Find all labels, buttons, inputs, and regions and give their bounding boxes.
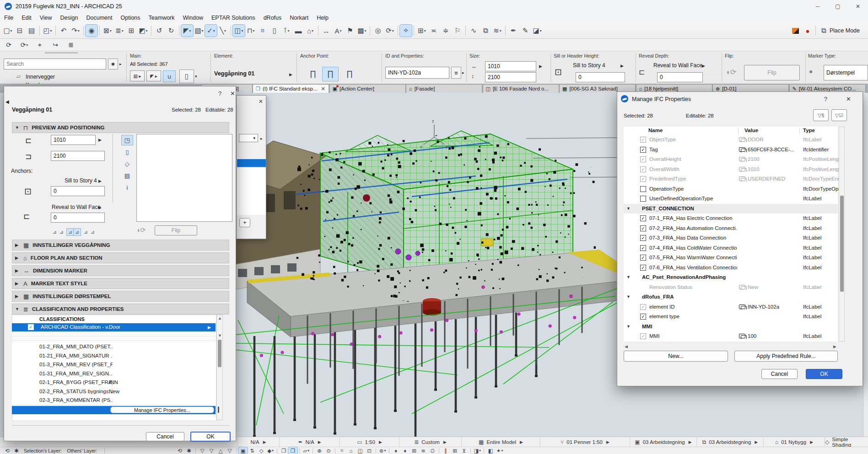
- layers-icon[interactable]: ≣▾: [113, 25, 125, 37]
- palette-combo-chevron-icon[interactable]: ▸: [260, 136, 263, 141]
- flag-icon[interactable]: ⚐: [452, 25, 464, 37]
- ifc-property-07-3-fra-has-data-connection[interactable]: ✓07-3_FRA_Has Data ConnectionIfcLabel: [624, 233, 838, 243]
- wall-tool-icon[interactable]: ◫▾: [233, 25, 245, 37]
- dimension-tool-icon[interactable]: ↔: [320, 25, 332, 37]
- tab-fasade[interactable]: ⌂[Fasade]: [406, 84, 482, 93]
- place-mode-link-icon[interactable]: ⧉: [818, 25, 830, 37]
- classification-checkbox[interactable]: ✓: [28, 324, 34, 330]
- menu-eptar-solutions[interactable]: EPTAR Solutions: [207, 15, 259, 21]
- line-tool-icon[interactable]: ╲▾: [217, 25, 229, 37]
- tab-close-icon[interactable]: ✕: [321, 86, 325, 92]
- pen-b-icon[interactable]: ✎: [519, 25, 531, 37]
- search-expand-chevron-icon[interactable]: ▸: [119, 62, 122, 66]
- status-segment-5[interactable]: ▦Entire Model▶: [461, 437, 540, 447]
- home-story-icon[interactable]: ⌂: [346, 447, 356, 454]
- pan-icon[interactable]: ↺: [153, 25, 165, 37]
- menu-window[interactable]: Window: [179, 15, 207, 21]
- ortho-icon[interactable]: ⊞: [450, 447, 459, 454]
- status-segment-8[interactable]: ⧉03 Arbeidstegning▶: [696, 437, 763, 447]
- reveal-value-input[interactable]: [51, 213, 105, 223]
- print-icon[interactable]: ▤: [26, 25, 38, 37]
- layer-combo-icon[interactable]: ≋▾: [491, 25, 503, 37]
- status-segment-3[interactable]: ▭1:50▶: [340, 437, 399, 447]
- ifc-checkbox[interactable]: ✓: [640, 166, 646, 172]
- element-chevron-icon[interactable]: ▶: [289, 72, 292, 77]
- tree-item-innervegger[interactable]: Innervegger: [26, 74, 55, 80]
- no-snap-icon[interactable]: ∅: [428, 447, 437, 454]
- slab-tool-icon[interactable]: ▬: [292, 25, 304, 37]
- ifc-property-userdefinedoperationtype[interactable]: UserDefinedOperationTypeIfcLabel: [624, 194, 838, 204]
- ifc-property-overallheight[interactable]: ✓OverallHeight2100IfcPositiveLengthM: [624, 155, 838, 165]
- ifc-group-mmi[interactable]: ▼MMI: [624, 322, 838, 332]
- column-tool-icon[interactable]: ▯: [269, 25, 280, 37]
- ifc-checkbox[interactable]: [640, 186, 646, 192]
- palette-add-button[interactable]: +: [239, 218, 250, 227]
- classification-selected-row[interactable]: ✓ ARCHICAD Classification - v... Door ▶: [12, 323, 216, 331]
- ref-plane-icon[interactable]: ◫: [356, 447, 365, 454]
- palette-close-icon[interactable]: ✕: [259, 98, 263, 105]
- status-segment-1[interactable]: N/A▶: [237, 437, 279, 447]
- dialog-close-icon[interactable]: ✕: [230, 90, 235, 97]
- ifc-property-renovation-status[interactable]: Renovation StatusNewIfcLabel: [624, 283, 838, 293]
- tab-ifc-standard-eksport[interactable]: ❒(I) IFC Standard eksp...✕: [253, 84, 329, 93]
- arrow-down-2-icon[interactable]: ▽: [207, 447, 216, 454]
- manage-ifc-row[interactable]: Manage IFC Properties...: [12, 406, 216, 414]
- ifc-property-07-1-fra-has-electric-connection[interactable]: ✓07-1_FRA_Has Electric ConnectionIfcLabe…: [624, 214, 838, 224]
- perspective-icon[interactable]: ◇: [257, 447, 266, 454]
- redo-icon[interactable]: ↷▾: [70, 25, 81, 37]
- ifc-checkbox[interactable]: ✓: [640, 156, 646, 162]
- info-preview-icon[interactable]: i: [121, 182, 133, 193]
- manage-ifc-properties-button[interactable]: Manage IFC Properties...: [110, 406, 214, 413]
- width-chevron-icon[interactable]: ▶: [98, 138, 102, 142]
- status-segment-6[interactable]: ⑂01 Penner 1:50▶: [540, 437, 630, 447]
- confirm-tool-icon[interactable]: ✓▾: [205, 25, 217, 37]
- ifc-checkbox[interactable]: ✓: [640, 265, 646, 271]
- property-row[interactable]: 01-21_FRA_MMI_SIGNATUR ...: [12, 352, 216, 361]
- walk-mode-icon[interactable]: ⇅: [248, 447, 257, 454]
- section-dimension-marker[interactable]: ▶↔DIMENSION MARKER: [12, 265, 229, 276]
- ifc-property-07-6-fra-has-ventilation-connection[interactable]: ✓07-6_FRA_Has Ventilation ConnectionIfcL…: [624, 263, 838, 273]
- ifc-checkbox[interactable]: ✓: [640, 245, 646, 251]
- viewport-scrollbar[interactable]: [863, 93, 868, 437]
- menu-help[interactable]: Help: [313, 15, 333, 21]
- ifc-property-overallwidth[interactable]: ✓OverallWidth1010IfcPositiveLengthM: [624, 165, 838, 175]
- ifc-property-element-type[interactable]: ✓element typeIfcLabel: [624, 312, 838, 322]
- anchor-option-4-icon[interactable]: ⊿: [73, 228, 81, 236]
- select-mode-button[interactable]: ◤ ▸: [146, 70, 161, 81]
- label-tool-icon[interactable]: ⚑: [344, 25, 356, 37]
- anchor-right-icon[interactable]: ∏: [341, 67, 358, 81]
- trace-ref-icon[interactable]: ◨▾: [473, 447, 482, 454]
- scroll-right-icon[interactable]: ▶: [833, 344, 836, 349]
- classification-scrollbar[interactable]: [216, 315, 223, 420]
- ifc-checkbox[interactable]: ✓: [640, 137, 646, 143]
- property-row[interactable]: 01-2_FRA_MMI_DATO (PSET...: [12, 342, 216, 352]
- section-preview-positioning[interactable]: ▼ ⊓ PREVIEW AND POSITIONING: [12, 122, 229, 133]
- quick-options-icon[interactable]: ⟲: [3, 447, 12, 454]
- tab-e106-fasade-nord[interactable]: ◫[E 106 Fasade Nord o...: [483, 84, 559, 93]
- element-id-input[interactable]: [385, 67, 449, 79]
- ifc-checkbox[interactable]: ✓: [640, 176, 646, 182]
- listing-preview-icon[interactable]: ▤: [121, 171, 133, 181]
- door-tool-icon[interactable]: ⊓▾: [245, 25, 257, 37]
- section-innstillinger-vegg-pning[interactable]: ▶▦INNSTILLINGER VEGGÅPNING: [12, 240, 229, 251]
- ifc-checkbox[interactable]: ✓: [640, 215, 646, 221]
- reserve-icon[interactable]: ⌖: [34, 39, 46, 51]
- tab-action-center[interactable]: ▣[Action Center]: [329, 84, 406, 93]
- cancel-button[interactable]: Cancel: [761, 369, 798, 379]
- axono-icon[interactable]: ◆▾: [266, 447, 275, 454]
- marquee-b-icon[interactable]: ▱▾: [302, 447, 311, 454]
- anchor-option-6-icon[interactable]: ⊿: [89, 228, 97, 236]
- hotlink-icon[interactable]: ⧉: [480, 25, 491, 37]
- property-row[interactable]: 01-31_FRA_MMI_REV_SIGN...: [12, 369, 216, 379]
- sill-value-input[interactable]: [576, 72, 625, 82]
- palette-list[interactable]: [237, 167, 266, 215]
- box-b-icon[interactable]: ❒: [288, 447, 297, 454]
- save-icon[interactable]: ⊟: [14, 25, 26, 37]
- snap-ref-icon[interactable]: ≋: [419, 447, 428, 454]
- palette-combo[interactable]: ▾: [239, 134, 258, 142]
- quick-layers-icon[interactable]: ⟲: [175, 447, 184, 454]
- reveal-value-input[interactable]: [657, 72, 703, 82]
- node-mode-icon[interactable]: ◉: [86, 25, 97, 37]
- palette-selected-row[interactable]: [237, 159, 266, 167]
- guide-a-icon[interactable]: ♦: [391, 447, 400, 454]
